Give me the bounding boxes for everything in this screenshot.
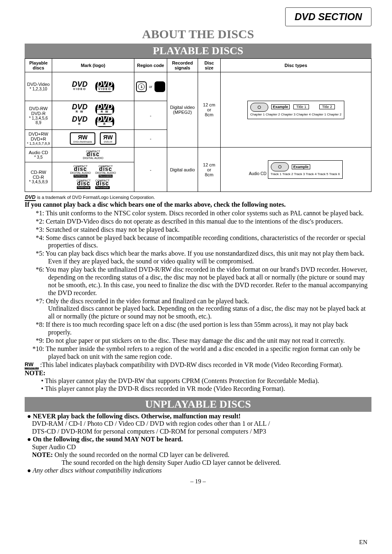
note-bullet-a: • This player cannot play the DVD-RW tha…: [25, 377, 371, 385]
th-types: Disc types: [221, 59, 371, 72]
note-bullet-b: • This player cannot play the DVD-R disc…: [25, 385, 371, 393]
playable-discs-table: Playable discs Mark (logo) Region code R…: [25, 58, 371, 192]
unplay-l1: DVD-RAM / CD-I / Photo CD / Video CD / D…: [25, 420, 371, 428]
note-8: *8: If there is too much recording space…: [30, 321, 371, 337]
cd-example-box: Example Track 1 Track 2 Track 3 Track 4 …: [268, 160, 343, 179]
unplay-l6: ● Any other discs without compatibility …: [25, 467, 371, 475]
note-5: *5: You can play back discs which bear t…: [30, 250, 371, 265]
region-globe-all: [154, 81, 165, 92]
th-region: Region code: [134, 59, 167, 72]
unplay-b1: ● NEVER play back the following discs. O…: [25, 413, 371, 420]
dvd-r-logo: DVDR: [72, 117, 88, 126]
page-number: – 19 –: [25, 478, 371, 485]
note-2: *2: Certain DVD-Video discs do not opera…: [30, 218, 371, 226]
disc-icon: [271, 162, 289, 171]
region-globe: 1: [136, 81, 147, 92]
th-playable: Playable discs: [25, 59, 52, 72]
main-title: ABOUT THE DISCS: [25, 27, 371, 41]
note-10: *10: The number inside the symbol refers…: [30, 345, 371, 361]
dvd-example-box: Example Title 1 Title 2 Chapter 1 Chapte…: [247, 101, 344, 119]
unplay-l5: The sound recorded on the high density S…: [25, 459, 371, 467]
cdr-logo: COMPACTdiscDIGITAL AUDIORecordable: [95, 165, 116, 178]
th-mark: Mark (logo): [52, 59, 134, 72]
note-3: *3: Scratched or stained discs may not b…: [30, 226, 371, 234]
rw-text: :This label indicates playback compatibi…: [39, 361, 343, 368]
note-1: *1: This unit conforms to the NTSC color…: [30, 210, 371, 217]
note-7: *7: Only the discs recorded in the video…: [30, 298, 371, 321]
unplayable-band: UNPLAYABLE DISCS: [25, 397, 371, 412]
unplay-l3: Super Audio CD: [25, 443, 371, 451]
dvd-video-logo: DVDVIDEO: [72, 82, 88, 91]
playable-band: PLAYABLE DISCS: [25, 44, 371, 58]
dvd-mark-icon: DVD: [25, 194, 36, 201]
rw-compatible-icon: RWCOMPATIBLE: [25, 361, 39, 369]
row-audio-cd: Audio CD* 3,5 COMPACTdiscDIGITAL AUDIO -…: [25, 148, 371, 162]
intro-bold: If you cannot play back a disc which bea…: [25, 201, 371, 209]
note-6: *6: You may play back the unfinalized DV…: [30, 266, 371, 297]
dvd-plus-rw-logo: ЯWDVD+ReWritable: [70, 132, 95, 145]
row-dvd-video: DVD-Video* 1,2,3,10 DVDVIDEO DVDVIDEO 1 …: [25, 72, 371, 101]
notes-list: *1: This unit conforms to the NTSC color…: [25, 210, 371, 361]
unplay-l2: DTS-CD / DVD-ROM for personal computers …: [25, 428, 371, 436]
page-lang: EN: [359, 539, 367, 546]
cdrw-logo2: COMPACTdiscReWritable: [76, 179, 90, 189]
cdrw-logo: COMPACTdiscDIGITAL AUDIOReWritable: [70, 165, 91, 178]
dvd-r-logo: DVDR: [95, 116, 114, 127]
cdr-logo2: COMPACTdiscRecordable: [95, 179, 110, 189]
disc-icon: [250, 103, 268, 112]
compact-disc-logo: COMPACTdiscDIGITAL AUDIO: [83, 150, 103, 159]
th-recorded: Recorded signals: [167, 59, 198, 72]
trademark-line: DVD is a trademark of DVD Format/Logo Li…: [25, 194, 371, 200]
table-header-row: Playable discs Mark (logo) Region code R…: [25, 59, 371, 72]
dvd-rw-logo: DVDR W: [95, 104, 114, 115]
section-tab: DVD SECTION: [285, 7, 371, 26]
unplay-l4: NOTE: Only the sound recorded on the nor…: [25, 451, 371, 459]
note-4: *4: Some discs cannot be played back bec…: [30, 234, 371, 250]
dvd-video-logo: DVDVIDEO: [95, 81, 114, 92]
dvd-plus-r-logo: ЯWDVD+R: [100, 132, 116, 145]
dvd-rw-logo: DVDR W: [72, 105, 88, 114]
th-size: Disc size: [198, 59, 221, 72]
note-heading: NOTE:: [25, 369, 371, 377]
unplay-b2: ● On the following disc, the sound MAY N…: [25, 436, 371, 443]
note-9: *9: Do not glue paper or put stickers on…: [30, 337, 371, 345]
